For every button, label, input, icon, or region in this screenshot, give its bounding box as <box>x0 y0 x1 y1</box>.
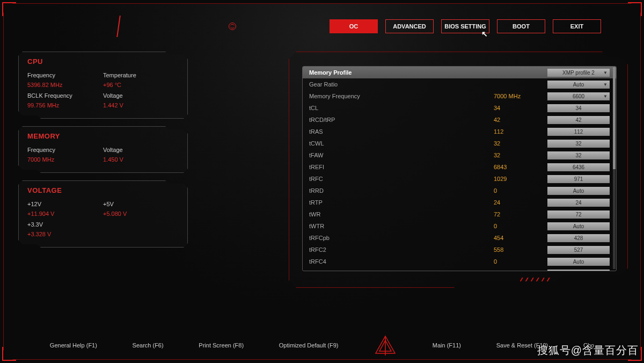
setting-row-gear-ratio[interactable]: Gear RatioAuto <box>303 78 616 90</box>
setting-current: 0 <box>494 258 547 265</box>
setting-current: 1029 <box>494 176 547 182</box>
setting-name: tRTP <box>309 199 494 206</box>
setting-input[interactable]: 24 <box>547 199 610 207</box>
setting-name: tRRD <box>309 187 494 194</box>
setting-name: tRRD_L <box>309 270 494 271</box>
tab-boot[interactable]: BOOT <box>497 19 545 33</box>
setting-input[interactable]: XMP profile 2 <box>547 69 610 77</box>
watermark: 搜狐号@含量百分百 <box>537 343 639 358</box>
setting-row-tfaw[interactable]: tFAW3232 <box>303 149 616 161</box>
setting-row-memory-profile[interactable]: Memory ProfileXMP profile 2 <box>303 67 616 78</box>
setting-input[interactable]: Auto <box>547 222 610 230</box>
setting-current: 0 <box>494 187 547 194</box>
stat-label: +3.3V <box>27 221 103 228</box>
footer-action[interactable]: Search (F6) <box>133 342 164 349</box>
tab-exit[interactable]: EXIT <box>553 19 601 33</box>
setting-input[interactable]: 34 <box>547 104 610 112</box>
memory-card-title: MEMORY <box>27 132 179 140</box>
setting-name: tWTR <box>309 223 494 229</box>
setting-input[interactable]: Auto <box>547 81 610 89</box>
setting-input[interactable]: 32 <box>547 151 610 159</box>
setting-row-trfc[interactable]: tRFC1029971 <box>303 173 616 185</box>
setting-input[interactable]: 6600 <box>547 92 610 100</box>
setting-input[interactable]: Auto <box>547 258 610 266</box>
stat-value: 1.442 V <box>103 102 179 108</box>
memory-card: MEMORYFrequency7000 MHzVoltage1.450 V <box>18 126 188 173</box>
setting-input[interactable]: 17 <box>547 270 610 271</box>
tab-bios-setting[interactable]: BIOS SETTING↖ <box>441 19 489 33</box>
stat-label: Temperature <box>103 72 179 78</box>
setting-row-tcwl[interactable]: tCWL3232 <box>303 137 616 149</box>
setting-row-trfc2[interactable]: tRFC2558527 <box>303 244 616 256</box>
footer-action[interactable]: General Help (F1) <box>50 342 97 349</box>
setting-input[interactable]: 72 <box>547 210 610 219</box>
setting-current: 7000 MHz <box>494 93 547 99</box>
setting-row-trefi[interactable]: tREFI68436436 <box>303 161 616 173</box>
tab-oc[interactable]: OC <box>330 19 378 33</box>
voltage-card: VOLTAGE+12V+11.904 V+5V+5.080 V+3.3V+3.3… <box>18 180 188 248</box>
setting-input[interactable]: 112 <box>547 128 610 136</box>
stat-value: 5396.82 MHz <box>27 82 103 88</box>
stat-label: BCLK Frequency <box>27 92 103 99</box>
stat-value: 1.450 V <box>103 156 179 163</box>
settings-panel: Memory ProfileXMP profile 2Gear RatioAut… <box>289 52 628 288</box>
cpu-card: CPUFrequency5396.82 MHzTemperature+96 °C… <box>18 52 188 119</box>
setting-name: tRCD/tRP <box>309 117 494 123</box>
setting-name: Memory Frequency <box>309 93 494 99</box>
setting-row-trtp[interactable]: tRTP2424 <box>303 197 616 208</box>
setting-input[interactable]: 42 <box>547 116 610 124</box>
footer-action[interactable]: Optimized Default (F9) <box>279 342 339 349</box>
footer-action[interactable]: Print Screen (F8) <box>199 342 244 349</box>
setting-name: Gear Ratio <box>309 81 494 88</box>
globe-icon <box>229 23 236 30</box>
setting-name: tCWL <box>309 140 494 147</box>
scrollbar[interactable] <box>613 67 616 269</box>
setting-current: 42 <box>494 117 547 123</box>
setting-input[interactable]: Auto <box>547 187 610 195</box>
stat-value: 99.756 MHz <box>27 102 103 108</box>
setting-name: tRFC2 <box>309 246 494 253</box>
setting-name: tRAS <box>309 128 494 135</box>
setting-current: 32 <box>494 152 547 158</box>
setting-row-trfcpb[interactable]: tRFCpb454428 <box>303 232 616 244</box>
stat-value: +11.904 V <box>27 210 103 217</box>
stat-value: +5.080 V <box>103 210 179 217</box>
setting-input[interactable]: 6436 <box>547 163 610 171</box>
setting-input[interactable]: 32 <box>547 140 610 148</box>
setting-name: tRFCpb <box>309 235 494 241</box>
setting-row-tras[interactable]: tRAS112112 <box>303 126 616 137</box>
cpu-card-title: CPU <box>27 57 179 66</box>
setting-row-twtr[interactable]: tWTR0Auto <box>303 220 616 232</box>
setting-row-trrd[interactable]: tRRD0Auto <box>303 185 616 197</box>
setting-row-trrd_l[interactable]: tRRD_L1817 <box>303 267 616 271</box>
setting-current: 558 <box>494 246 547 253</box>
setting-current: 6843 <box>494 164 547 170</box>
setting-current: 454 <box>494 235 547 241</box>
setting-input[interactable]: 971 <box>547 175 610 183</box>
setting-current: 24 <box>494 199 547 206</box>
stat-value: +96 °C <box>103 82 179 88</box>
setting-name: tREFI <box>309 164 494 170</box>
setting-name: tWR <box>309 211 494 217</box>
stat-value: 7000 MHz <box>27 156 103 163</box>
setting-row-trcd-trp[interactable]: tRCD/tRP4242 <box>303 114 616 126</box>
setting-input[interactable]: 527 <box>547 246 610 254</box>
footer-action[interactable]: Main (F11) <box>433 342 461 349</box>
setting-input[interactable]: 428 <box>547 234 610 242</box>
setting-name: tCL <box>309 105 494 111</box>
setting-row-memory-frequency[interactable]: Memory Frequency7000 MHz6600 <box>303 90 616 102</box>
setting-row-twr[interactable]: tWR7272 <box>303 208 616 220</box>
setting-name: Memory Profile <box>309 69 494 76</box>
setting-row-trfc4[interactable]: tRFC40Auto <box>303 256 616 267</box>
stat-label: Voltage <box>103 92 179 99</box>
tab-advanced[interactable]: ADVANCED <box>385 19 434 33</box>
stat-value: +3.328 V <box>27 231 103 237</box>
stat-label: Frequency <box>27 72 103 78</box>
cursor-icon: ↖ <box>481 30 488 38</box>
stat-label: Voltage <box>103 147 179 153</box>
setting-row-tcl[interactable]: tCL3434 <box>303 102 616 114</box>
setting-current: 112 <box>494 128 547 135</box>
setting-name: tRFC4 <box>309 258 494 265</box>
setting-current: 18 <box>494 270 547 271</box>
stat-label: +5V <box>103 201 179 207</box>
